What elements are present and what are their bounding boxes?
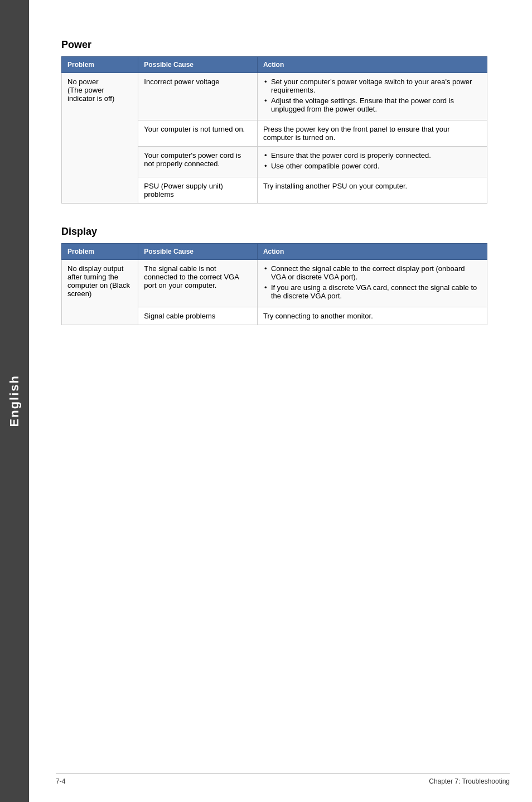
cause-cell: PSU (Power supply unit) problems — [138, 177, 258, 204]
footer: 7-4 Chapter 7: Troubleshooting — [56, 774, 510, 785]
display-section-title: Display — [61, 226, 487, 238]
cause-cell: Your computer is not turned on. — [138, 120, 258, 147]
content: Power Problem Possible Cause Action No p… — [61, 39, 487, 325]
sidebar-label: English — [7, 375, 22, 427]
footer-chapter: Chapter 7: Troubleshooting — [429, 777, 510, 785]
list-item: Set your computer's power voltage switch… — [263, 78, 481, 94]
problem-cell: No display output after turning the comp… — [62, 260, 138, 325]
display-col-problem: Problem — [62, 244, 138, 260]
cause-cell: Your computer's power cord is not proper… — [138, 147, 258, 177]
list-item: Adjust the voltage settings. Ensure that… — [263, 96, 481, 113]
display-col-cause: Possible Cause — [138, 244, 258, 260]
problem-cell: No power(The power indicator is off) — [62, 73, 138, 204]
cause-cell: Incorrect power voltage — [138, 73, 258, 120]
power-col-action: Action — [257, 57, 487, 73]
display-table: Problem Possible Cause Action No display… — [61, 243, 487, 325]
power-col-cause: Possible Cause — [138, 57, 258, 73]
list-item: Ensure that the power cord is properly c… — [263, 151, 481, 160]
action-cell: Connect the signal cable to the correct … — [257, 260, 487, 307]
table-row: No power(The power indicator is off)Inco… — [62, 73, 487, 120]
list-item: Use other compatible power cord. — [263, 162, 481, 170]
power-section-title: Power — [61, 39, 487, 51]
table-row: No display output after turning the comp… — [62, 260, 487, 307]
power-col-problem: Problem — [62, 57, 138, 73]
list-item: Connect the signal cable to the correct … — [263, 264, 481, 281]
action-cell: Set your computer's power voltage switch… — [257, 73, 487, 120]
footer-page: 7-4 — [56, 777, 65, 785]
list-item: If you are using a discrete VGA card, co… — [263, 283, 481, 300]
power-table: Problem Possible Cause Action No power(T… — [61, 56, 487, 204]
action-cell: Ensure that the power cord is properly c… — [257, 147, 487, 177]
action-cell: Try connecting to another monitor. — [257, 307, 487, 325]
sidebar: English — [0, 0, 29, 802]
cause-cell: Signal cable problems — [138, 307, 258, 325]
cause-cell: The signal cable is not connected to the… — [138, 260, 258, 307]
display-col-action: Action — [257, 244, 487, 260]
action-cell: Try installing another PSU on your compu… — [257, 177, 487, 204]
page-container: English Power Problem Possible Cause Act… — [0, 0, 532, 802]
action-cell: Press the power key on the front panel t… — [257, 120, 487, 147]
